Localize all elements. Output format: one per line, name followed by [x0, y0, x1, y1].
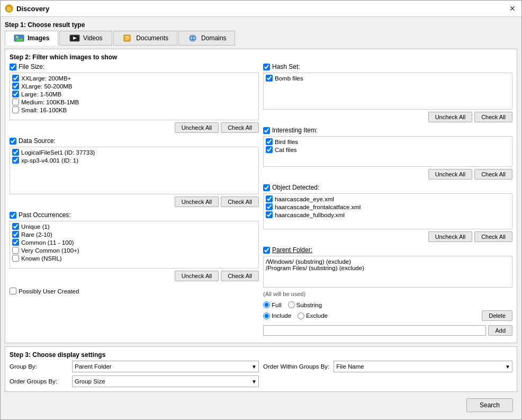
filter-grid: File Size: XXLarge: 200MB+ XLarge: 50-20… — [10, 63, 512, 337]
object-detected-block: Object Detected: haarcascade_eye.xml haa… — [263, 184, 512, 242]
substring-radio[interactable] — [288, 301, 295, 308]
exclude-label: Exclude — [306, 312, 328, 319]
data-source-check-all[interactable]: Check All — [221, 196, 259, 207]
order-groups-by-select[interactable]: Group Size File Name Date — [72, 376, 259, 387]
list-item: XLarge: 50-200MB — [11, 82, 257, 90]
order-groups-by-row: Order Groups By: Group Size File Name Da… — [10, 376, 259, 387]
step3-section: Step 3: Choose display settings Group By… — [5, 346, 517, 392]
include-radio-label[interactable]: Include — [263, 312, 291, 319]
hash-set-checkbox[interactable] — [263, 64, 270, 70]
list-item: Common (11 - 100) — [11, 238, 257, 246]
possibly-user-created-label: Possibly User Created — [19, 288, 79, 294]
hash-set-btn-row: Uncheck All Check All — [263, 112, 512, 122]
delete-button[interactable]: Delete — [482, 310, 512, 321]
list-item: LogicalFileSet1 (ID: 37733) — [11, 148, 257, 156]
include-exclude-radios: Include Exclude — [263, 312, 328, 319]
list-item: Rare (2-10) — [11, 230, 257, 238]
image-icon — [14, 34, 24, 42]
list-item: Small: 16-100KB — [11, 106, 257, 114]
file-size-check-all[interactable]: Check All — [221, 122, 259, 133]
step3-left: Group By: Parent Folder File Size Data S… — [10, 361, 259, 387]
parent-folder-list: /Windows/ (substring) (exclude) /Program… — [263, 256, 512, 288]
title-bar-left: D Discovery — [5, 4, 49, 13]
tab-images-label: Images — [28, 34, 49, 42]
list-item: haarcascade_eye.xml — [265, 195, 511, 203]
step2-label: Step 2: Filter which images to show — [10, 53, 512, 61]
tab-images[interactable]: Images — [5, 31, 58, 46]
object-detected-uncheck-all[interactable]: Uncheck All — [428, 231, 472, 242]
list-item: haarcascade_frontalcatface.xml — [265, 203, 511, 211]
search-button[interactable]: Search — [466, 398, 513, 412]
add-button[interactable]: Add — [488, 325, 512, 336]
list-item: Medium: 100KB-1MB — [11, 98, 257, 106]
close-button[interactable]: ✕ — [508, 4, 517, 13]
main-window: D Discovery ✕ Step 1: Choose result type… — [0, 0, 522, 420]
step3-label: Step 3: Choose display settings — [10, 351, 512, 359]
order-within-label: Order Within Groups By: — [263, 363, 329, 370]
tab-documents[interactable]: Documents — [113, 31, 177, 46]
past-occurrences-check-all[interactable]: Check All — [221, 271, 259, 281]
past-occurrences-checkbox[interactable] — [10, 212, 16, 219]
data-source-checkbox[interactable] — [10, 138, 16, 145]
full-radio-label[interactable]: Full — [263, 301, 282, 308]
object-detected-btn-row: Uncheck All Check All — [263, 231, 512, 242]
order-groups-by-label: Order Groups By: — [10, 378, 68, 385]
object-detected-checkbox[interactable] — [263, 184, 270, 191]
interesting-item-uncheck-all[interactable]: Uncheck All — [428, 169, 472, 180]
hash-set-list: Bomb files — [263, 73, 512, 110]
tab-domains[interactable]: Domains — [178, 31, 235, 46]
substring-radio-label[interactable]: Substring — [288, 301, 322, 308]
exclude-radio-label[interactable]: Exclude — [298, 312, 328, 319]
title-bar: D Discovery ✕ — [1, 1, 521, 17]
include-label: Include — [272, 312, 291, 319]
list-item: Very Common (100+) — [11, 246, 257, 254]
hash-set-uncheck-all[interactable]: Uncheck All — [428, 112, 472, 122]
hash-set-label: Hash Set: — [272, 63, 300, 70]
tab-videos[interactable]: Videos — [59, 31, 112, 46]
past-occurrences-uncheck-all[interactable]: Uncheck All — [175, 271, 219, 281]
svg-text:D: D — [7, 6, 11, 12]
possibly-user-created-block: Possibly User Created — [10, 288, 259, 294]
interesting-item-list: Bird files Cat files — [263, 136, 512, 167]
list-item: /Program Files/ (substring) (exclude) — [266, 265, 510, 271]
group-by-select-wrapper: Parent Folder File Size Data Source Past… — [72, 361, 259, 372]
exclude-radio[interactable] — [298, 312, 304, 319]
parent-folder-checkbox[interactable] — [263, 247, 270, 254]
order-within-select-wrapper: File Name File Size Date ▼ — [334, 361, 512, 372]
past-occurrences-label: Past Occurrences: — [19, 211, 71, 219]
file-size-list: XXLarge: 200MB+ XLarge: 50-200MB Large: … — [10, 73, 259, 120]
possibly-user-created-checkbox[interactable] — [10, 288, 16, 294]
step1-section: Step 1: Choose result type Images — [5, 21, 517, 46]
tab-videos-label: Videos — [83, 34, 102, 42]
data-source-uncheck-all[interactable]: Uncheck All — [175, 196, 219, 207]
parent-folder-input[interactable] — [263, 325, 486, 336]
file-size-header: File Size: — [10, 63, 259, 70]
file-size-checkbox[interactable] — [10, 64, 16, 70]
interesting-item-checkbox[interactable] — [263, 127, 270, 134]
file-size-btn-row: Uncheck All Check All — [10, 122, 259, 133]
object-detected-label: Object Detected: — [272, 184, 319, 191]
group-by-select[interactable]: Parent Folder File Size Data Source Past… — [72, 361, 259, 372]
list-item: Bomb files — [265, 74, 511, 82]
include-radio[interactable] — [263, 312, 270, 319]
full-substring-row: Full Substring — [263, 301, 512, 308]
past-occurrences-list: Unique (1) Rare (2-10) Common (11 - 100)… — [10, 221, 259, 269]
hash-set-check-all[interactable]: Check All — [474, 112, 512, 122]
file-size-uncheck-all[interactable]: Uncheck All — [175, 122, 219, 133]
past-occurrences-btn-row: Uncheck All Check All — [10, 271, 259, 281]
object-detected-list: haarcascade_eye.xml haarcascade_frontalc… — [263, 193, 512, 229]
interesting-item-btn-row: Uncheck All Check All — [263, 169, 512, 180]
step3-grid: Group By: Parent Folder File Size Data S… — [10, 361, 512, 387]
interesting-item-check-all[interactable]: Check All — [474, 169, 512, 180]
object-detected-check-all[interactable]: Check All — [474, 231, 512, 242]
doc-icon — [122, 34, 133, 42]
file-size-block: File Size: XXLarge: 200MB+ XLarge: 50-20… — [10, 63, 259, 133]
data-source-block: Data Source: LogicalFileSet1 (ID: 37733)… — [10, 137, 259, 207]
data-source-header: Data Source: — [10, 137, 259, 145]
tab-documents-label: Documents — [136, 34, 168, 42]
hash-set-header: Hash Set: — [263, 63, 512, 70]
order-within-select[interactable]: File Name File Size Date — [334, 361, 512, 372]
data-source-btn-row: Uncheck All Check All — [10, 196, 259, 207]
tabs-row: Images Videos — [5, 31, 517, 46]
full-radio[interactable] — [263, 301, 270, 308]
